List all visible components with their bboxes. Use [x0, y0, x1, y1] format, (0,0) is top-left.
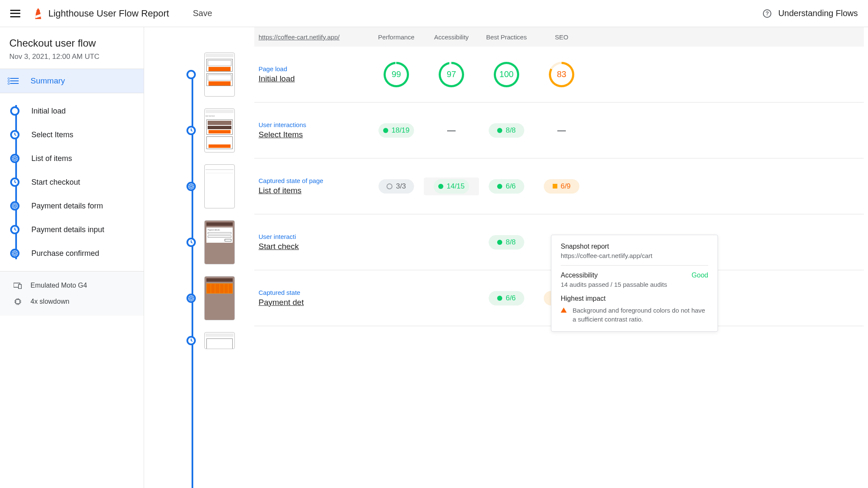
step-node-icon [10, 154, 19, 163]
screenshot-thumbnail[interactable] [204, 53, 235, 97]
sidebar-summary[interactable]: Summary [0, 69, 144, 93]
tooltip-rating: Good [692, 272, 708, 279]
device-icon [14, 282, 22, 289]
sidebar-step[interactable]: Payment details input [0, 218, 144, 241]
lighthouse-logo-icon [34, 8, 42, 19]
app-title: Lighthouse User Flow Report [48, 8, 169, 19]
sidebar-step[interactable]: Initial load [0, 99, 144, 123]
report-row: User interactionsSelect Items18/19—8/8— [254, 103, 864, 158]
screenshot-thumbnail[interactable]: text text text [204, 108, 235, 152]
step-label: Select Items [31, 130, 73, 139]
score-tooltip: Snapshot report https://coffee-cart.netl… [551, 235, 718, 332]
timeline-item[interactable] [175, 164, 250, 208]
screenshot-thumbnail[interactable]: Payment details [204, 220, 235, 264]
row-type: Page load [259, 65, 369, 72]
col-performance: Performance [369, 33, 424, 41]
step-node-icon [10, 225, 19, 234]
col-accessibility: Accessibility [424, 33, 479, 41]
step-label: Payment details input [31, 225, 104, 234]
svg-rect-36 [16, 299, 20, 304]
step-label: Start checkout [31, 178, 80, 187]
step-node-icon [10, 249, 19, 258]
score-dash: — [424, 125, 479, 135]
report-table: https://coffee-cart.netlify.app/ Perform… [250, 27, 868, 488]
url-header[interactable]: https://coffee-cart.netlify.app/ [259, 33, 369, 41]
row-name-link[interactable]: Payment det [259, 298, 369, 307]
timeline: text text textPayment details [144, 27, 250, 488]
sidebar-step[interactable]: Purchase confirmed [0, 241, 144, 265]
report-row: Page loadInitial load999710083 [254, 47, 864, 103]
row-type: Captured state [259, 289, 369, 296]
sidebar: Checkout user flow Nov 3, 2021, 12:00 AM… [0, 27, 144, 488]
svg-marker-0 [36, 8, 40, 11]
step-node-icon [10, 177, 19, 187]
tooltip-impact-text: Background and foreground colors do not … [573, 306, 708, 324]
score-pill[interactable]: 6/9 [544, 179, 579, 194]
score-gauge[interactable]: 83 [549, 62, 574, 87]
save-button[interactable]: Save [193, 8, 212, 18]
list-icon [10, 78, 19, 84]
row-type: Captured state of page [259, 177, 369, 184]
screenshot-thumbnail[interactable] [204, 332, 235, 349]
understanding-flows-link[interactable]: Understanding Flows [778, 8, 858, 18]
emulated-device: Emulated Moto G4 [0, 277, 144, 294]
row-name-link[interactable]: Initial load [259, 74, 369, 83]
tooltip-category: Accessibility [561, 272, 598, 279]
sidebar-steps: Initial loadSelect ItemsList of itemsSta… [0, 93, 144, 271]
step-label: Purchase confirmed [31, 249, 99, 258]
score-gauge[interactable]: 97 [439, 62, 464, 87]
flow-title: Checkout user flow [9, 37, 134, 49]
score-pill[interactable]: 6/6 [489, 291, 524, 305]
row-name-link[interactable]: List of items [259, 186, 369, 195]
warning-triangle-icon [561, 308, 567, 313]
step-label: Initial load [31, 107, 66, 116]
score-pill[interactable]: 3/3 [378, 179, 414, 194]
step-label: List of items [31, 154, 72, 163]
sidebar-step[interactable]: Select Items [0, 123, 144, 147]
timeline-item[interactable]: Payment details [175, 220, 250, 264]
screenshot-thumbnail[interactable] [204, 164, 235, 208]
step-node-icon [10, 130, 19, 139]
col-seo: SEO [534, 33, 589, 41]
tooltip-title: Snapshot report [561, 243, 708, 250]
timeline-node-icon [186, 238, 196, 247]
tooltip-url: https://coffee-cart.netlify.app/cart [561, 252, 708, 259]
score-pill[interactable]: 18/19 [378, 123, 414, 138]
score-pill[interactable]: 6/6 [489, 179, 524, 194]
sidebar-step[interactable]: List of items [0, 147, 144, 170]
cpu-icon [14, 298, 22, 305]
timeline-item[interactable] [175, 276, 250, 320]
timeline-item[interactable] [175, 332, 250, 349]
score-gauge[interactable]: 100 [494, 62, 519, 87]
cpu-slowdown: 4x slowdown [0, 294, 144, 310]
sidebar-step[interactable]: Payment details form [0, 194, 144, 218]
score-pill[interactable]: 8/8 [489, 235, 524, 250]
row-name-link[interactable]: Start check [259, 242, 369, 251]
score-pill[interactable]: 14/15 [434, 179, 469, 194]
timeline-node-icon [186, 126, 196, 135]
score-dash: — [534, 125, 589, 135]
timeline-item[interactable] [175, 53, 250, 97]
menu-icon[interactable] [10, 10, 20, 17]
step-node-icon [10, 201, 19, 211]
step-node-icon [10, 106, 19, 116]
help-icon[interactable]: ? [763, 9, 771, 18]
tooltip-audits: 14 audits passed / 15 passable audits [561, 281, 708, 288]
svg-rect-1 [36, 11, 40, 12]
report-row: Captured state of pageList of items3/314… [254, 158, 864, 214]
screenshot-thumbnail[interactable] [204, 276, 235, 320]
timeline-node-icon [186, 70, 196, 79]
tooltip-impact-title: Highest impact [561, 295, 708, 302]
timeline-node-icon [186, 336, 196, 345]
col-best-practices: Best Practices [479, 33, 534, 41]
flow-date: Nov 3, 2021, 12:00 AM UTC [9, 53, 134, 61]
timeline-item[interactable]: text text text [175, 108, 250, 152]
score-gauge[interactable]: 99 [384, 62, 409, 87]
row-name-link[interactable]: Select Items [259, 130, 369, 139]
score-pill[interactable]: 8/8 [489, 123, 524, 138]
timeline-node-icon [186, 182, 196, 191]
sidebar-step[interactable]: Start checkout [0, 170, 144, 194]
row-type: User interactions [259, 121, 369, 128]
sidebar-summary-label: Summary [31, 76, 65, 86]
step-label: Payment details form [31, 202, 103, 211]
